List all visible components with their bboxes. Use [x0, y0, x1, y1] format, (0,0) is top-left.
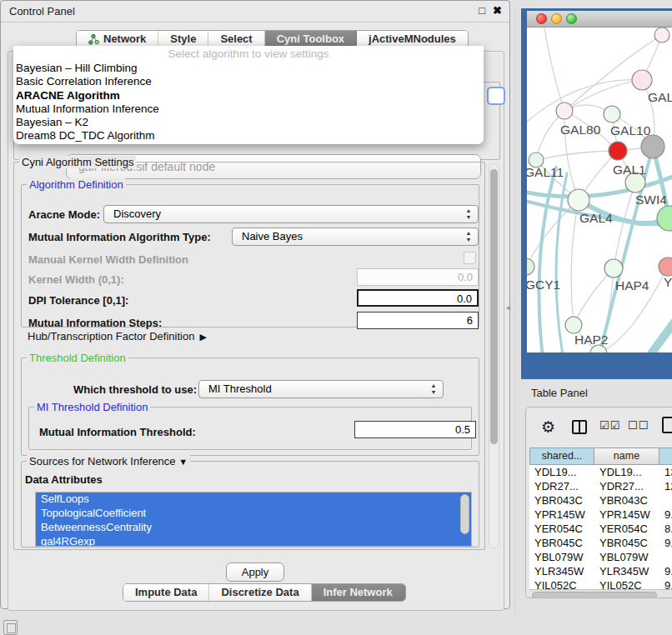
- deselect-all-columns-icon[interactable]: ☐☐: [628, 419, 649, 432]
- hub-definition-label: Hub/Transcription Factor Definition: [28, 330, 194, 342]
- column-header[interactable]: A: [659, 448, 672, 465]
- table-cell: 13: [659, 465, 672, 479]
- float-window-icon[interactable]: □: [479, 4, 485, 17]
- node-label: GCY1: [527, 278, 560, 292]
- hub-definition-disclosure[interactable]: Hub/Transcription Factor Definition▶: [28, 330, 207, 342]
- network-node[interactable]: [604, 259, 623, 278]
- data-attributes-list[interactable]: SelfLoopsTopologicalCoefficientBetweenne…: [35, 492, 472, 547]
- table-row[interactable]: YBL079WYBL079W: [529, 550, 672, 564]
- node-label: GAL10: [610, 123, 651, 138]
- data-attribute-item[interactable]: BetweennessCentrality: [36, 521, 471, 535]
- data-attribute-item[interactable]: SelfLoops: [36, 492, 471, 507]
- network-edge-highlighted[interactable]: [629, 321, 672, 352]
- mi-threshold-field[interactable]: 0.5: [354, 421, 476, 438]
- table-horizontal-scrollbar[interactable]: [529, 589, 672, 598]
- threshold-definition-group: Threshold Definition Which threshold to …: [21, 358, 479, 456]
- network-node[interactable]: [659, 258, 672, 276]
- table-row[interactable]: YBR043CYBR043C: [529, 493, 672, 508]
- tab-select[interactable]: Select: [208, 31, 264, 48]
- apply-button[interactable]: Apply: [226, 562, 284, 582]
- window-title: Control Panel: [9, 5, 75, 18]
- aracne-mode-combo[interactable]: Discovery ▲▼: [103, 205, 479, 223]
- which-threshold-combo[interactable]: MI Threshold ▲▼: [198, 380, 444, 398]
- close-window-icon[interactable]: ✖: [493, 4, 502, 17]
- settings-scrollbar[interactable]: [489, 163, 499, 548]
- table-row[interactable]: YBR045CYBR045C9.: [529, 536, 672, 550]
- zoom-traffic-light-icon[interactable]: [566, 13, 577, 24]
- table-cell: YIL052C: [529, 578, 594, 589]
- panel-resize-handle[interactable]: ◂: [506, 303, 510, 312]
- cyni-bottom-tabs: Impute Data Discretize Data Infer Networ…: [123, 583, 406, 602]
- sources-collapse-icon[interactable]: ▼: [178, 457, 188, 467]
- combo-arrows-icon: ▲▼: [429, 382, 438, 396]
- mi-steps-field[interactable]: 6: [357, 312, 479, 329]
- column-header[interactable]: name: [594, 448, 659, 465]
- table-row[interactable]: YPR145WYPR145W9.: [529, 508, 672, 522]
- network-node[interactable]: [565, 317, 582, 333]
- algorithm-option[interactable]: ARACNE Algorithm: [13, 89, 484, 102]
- minimize-traffic-light-icon[interactable]: [551, 13, 562, 24]
- network-node[interactable]: [556, 102, 573, 119]
- which-threshold-label: Which threshold to use:: [73, 383, 197, 396]
- sources-title-text: Sources for Network Inference: [29, 455, 176, 468]
- network-canvas[interactable]: GALGAL80GAL10GAL1GAL11SWI4GAL4GCY1HAP4YH…: [527, 28, 672, 352]
- tab-discretize-data[interactable]: Discretize Data: [209, 584, 311, 601]
- sources-group-title: Sources for Network Inference ▼: [27, 455, 190, 468]
- dock-panel-icon[interactable]: [3, 620, 18, 635]
- algorithm-option[interactable]: Bayesian – Hill Climbing: [13, 62, 484, 75]
- node-label: GAL: [648, 90, 672, 104]
- kernel-width-field[interactable]: 0.0: [357, 268, 479, 286]
- table-row[interactable]: YIL052CYIL052C9.: [529, 578, 672, 589]
- network-node[interactable]: [609, 142, 627, 160]
- table-row[interactable]: YER054CYER054C8.: [529, 522, 672, 536]
- tab-cyni-toolbox[interactable]: Cyni Toolbox: [265, 31, 357, 48]
- table-cell: [659, 493, 672, 508]
- algorithm-option[interactable]: Dream8 DC_TDC Algorithm: [13, 129, 484, 142]
- attr-list-scrollbar[interactable]: [460, 494, 469, 534]
- tab-style[interactable]: Style: [158, 31, 208, 48]
- mi-type-combo[interactable]: Naive Bayes ▲▼: [232, 228, 479, 246]
- table-hscroll-thumb[interactable]: [532, 592, 657, 598]
- algorithm-option[interactable]: Bayesian – K2: [13, 116, 484, 129]
- settings-scrollbar-thumb[interactable]: [490, 169, 498, 444]
- close-traffic-light-icon[interactable]: [536, 13, 547, 24]
- network-node[interactable]: [641, 135, 664, 158]
- network-node[interactable]: [568, 189, 589, 211]
- columns-icon[interactable]: [572, 420, 587, 434]
- network-edge[interactable]: [527, 80, 642, 128]
- column-header[interactable]: shared...: [529, 448, 594, 465]
- tab-jactivemnodules[interactable]: jActiveMNodules: [357, 31, 468, 48]
- algorithm-option[interactable]: Basic Correlation Inference: [13, 75, 484, 88]
- network-edge[interactable]: [536, 151, 618, 160]
- data-attribute-item[interactable]: gal4RGexp: [36, 535, 471, 547]
- table-row[interactable]: YDL19...YDL19...13: [529, 465, 672, 479]
- gear-icon[interactable]: ⚙: [541, 418, 555, 437]
- data-attribute-item[interactable]: TopologicalCoefficient: [36, 507, 471, 521]
- mi-type-label: Mutual Information Algorithm Type:: [28, 231, 211, 243]
- tab-impute-data[interactable]: Impute Data: [123, 584, 209, 601]
- tab-style-label: Style: [170, 31, 196, 48]
- mi-threshold-group: MI Threshold Definition Mutual Informati…: [28, 407, 472, 450]
- table-cell: YBL079W: [529, 550, 594, 564]
- new-table-icon[interactable]: [662, 417, 672, 433]
- dpi-tolerance-field[interactable]: 0.0: [357, 289, 479, 307]
- tab-network[interactable]: Network: [77, 31, 158, 48]
- network-node[interactable]: [654, 28, 669, 42]
- network-node[interactable]: [527, 258, 534, 275]
- table-row[interactable]: YDR27...YDR27...12: [529, 479, 672, 493]
- network-node[interactable]: [657, 206, 672, 231]
- network-node[interactable]: [604, 106, 620, 122]
- network-edge[interactable]: [571, 200, 579, 325]
- network-node[interactable]: [632, 70, 652, 90]
- tab-infer-network[interactable]: Infer Network: [312, 584, 405, 601]
- tab-cyni-toolbox-label: Cyni Toolbox: [277, 31, 344, 48]
- table-cell: 8.: [659, 522, 672, 536]
- algorithm-definition-group: Algorithm Definition Aracne Mode: Discov…: [21, 184, 479, 328]
- algorithm-option[interactable]: Mutual Information Inference: [13, 102, 484, 116]
- table-row[interactable]: YLR345WYLR345W9.: [529, 564, 672, 578]
- table-cell: YPR145W: [594, 508, 659, 522]
- manual-kernel-checkbox[interactable]: [464, 252, 476, 264]
- aracne-mode-label: Aracne Mode:: [28, 208, 100, 221]
- focused-help-button[interactable]: [487, 87, 505, 105]
- select-all-columns-icon[interactable]: ☑☑: [599, 419, 620, 432]
